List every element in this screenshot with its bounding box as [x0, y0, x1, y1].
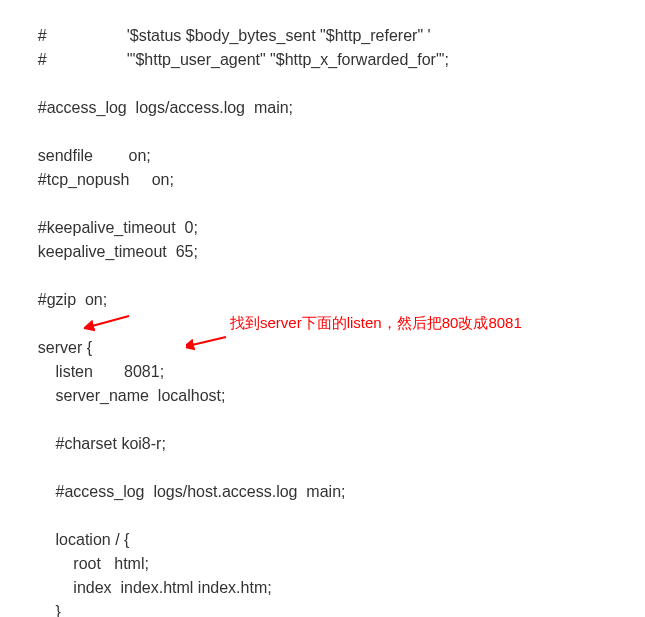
code-line: # '$status $body_bytes_sent "$http_refer…	[20, 27, 431, 44]
code-line: #charset koi8-r;	[20, 435, 166, 452]
svg-line-1	[92, 316, 129, 326]
code-line: index index.html index.htm;	[20, 579, 272, 596]
code-line: }	[20, 603, 61, 617]
svg-line-3	[192, 337, 226, 345]
code-line: #access_log logs/host.access.log main;	[20, 483, 346, 500]
code-line: #gzip on;	[20, 291, 107, 308]
code-line: #keepalive_timeout 0;	[20, 219, 198, 236]
code-line: server {	[20, 339, 92, 356]
code-line: sendfile on;	[20, 147, 151, 164]
annotation-text: 找到server下面的listen，然后把80改成8081	[230, 314, 522, 333]
arrow-icon	[186, 335, 231, 351]
code-line: # '"$http_user_agent" "$http_x_forwarded…	[20, 51, 449, 68]
code-line: #access_log logs/access.log main;	[20, 99, 293, 116]
code-line: server_name localhost;	[20, 387, 225, 404]
code-line: root html;	[20, 555, 149, 572]
code-line: keepalive_timeout 65;	[20, 243, 198, 260]
code-line: #tcp_nopush on;	[20, 171, 174, 188]
arrow-icon	[84, 312, 134, 332]
config-code-block: # '$status $body_bytes_sent "$http_refer…	[20, 0, 625, 617]
code-line: listen 8081;	[20, 363, 164, 380]
code-line: location / {	[20, 531, 129, 548]
